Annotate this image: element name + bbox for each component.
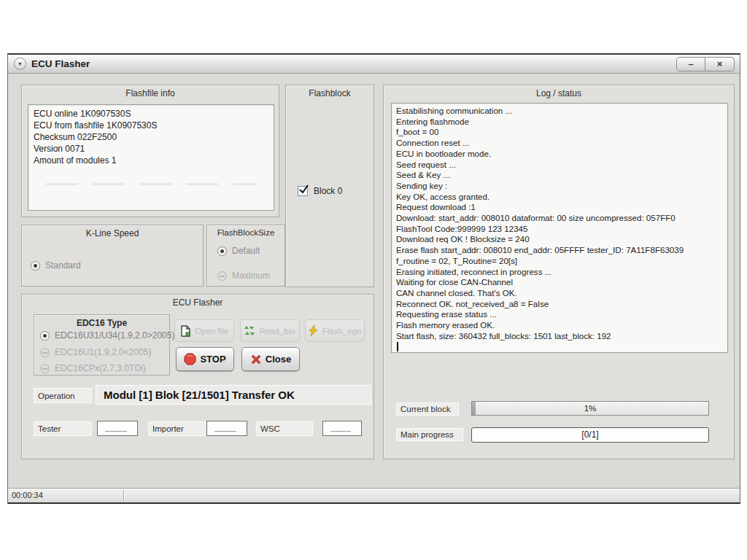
- red-x-icon: [250, 354, 262, 365]
- read-bin-button[interactable]: Read_bin: [240, 319, 300, 342]
- current-block-value: 1%: [472, 402, 708, 415]
- flash-ecu-button[interactable]: Flash_ego: [305, 319, 365, 342]
- radio-maximum-label: Maximum: [232, 271, 270, 281]
- stop-label: STOP: [200, 354, 225, 365]
- block0-label: Block 0: [314, 186, 342, 196]
- statusbar-divider: [123, 490, 124, 501]
- log-textarea[interactable]: Estabilishing communication ...Entering …: [391, 103, 728, 353]
- flashblock-title: Flashblock: [286, 88, 374, 98]
- radio-maximum[interactable]: [217, 271, 227, 281]
- fbs-default-radio-row[interactable]: Default: [217, 246, 260, 256]
- main-progress-value: [0/1]: [472, 428, 708, 442]
- block0-checkbox[interactable]: [298, 186, 308, 196]
- flash-ecu-label: Flash_ego: [322, 327, 362, 335]
- kline-speed-group: K-Line Speed Standard: [21, 225, 204, 287]
- lightning-icon: [309, 325, 319, 336]
- titlebar: ▼ ECU Flasher – ×: [8, 55, 740, 74]
- edc16-type-title: EDC16 Type: [34, 318, 169, 328]
- radio-edc16u1[interactable]: [40, 348, 50, 357]
- kline-standard-radio-row[interactable]: Standard: [31, 260, 81, 271]
- wsc-label: WSC: [256, 421, 313, 436]
- open-file-icon: [180, 325, 191, 337]
- radio-default-label: Default: [232, 246, 260, 256]
- log-status-title: Log / status: [384, 88, 734, 98]
- open-file-label: Open file: [195, 327, 228, 335]
- close-window-button[interactable]: ×: [705, 57, 735, 71]
- main-progressbar: [0/1]: [471, 427, 709, 443]
- log-lines: Estabilishing communication ...Entering …: [396, 106, 724, 341]
- current-block-label: Current block: [396, 402, 459, 416]
- wsc-input[interactable]: [322, 421, 362, 436]
- flashfile-info-lines: ECU online 1K0907530SECU from flashfile …: [34, 108, 271, 166]
- edc16-option1-row[interactable]: EDC16U31/U34(1.9,2.0>2005): [40, 330, 174, 341]
- edc16-option3-row[interactable]: EDC16CPx(2.7,3.0TDi): [40, 363, 146, 373]
- flashblock-group: Flashblock Block 0: [285, 85, 374, 287]
- edc16-type-box: EDC16 Type EDC16U31/U34(1.9,2.0>2005) ED…: [34, 314, 170, 376]
- tester-input[interactable]: [97, 421, 138, 436]
- chevron-down-icon: ▼: [18, 61, 23, 66]
- close-label: Close: [266, 354, 291, 365]
- ghost-watermark: [46, 183, 256, 185]
- minimize-button[interactable]: –: [676, 57, 705, 71]
- main-progress-label: Main progress: [396, 428, 463, 441]
- flashblocksize-group: FlashBlockSize Default Maximum: [206, 225, 285, 287]
- read-bin-label: Read_bin: [259, 327, 295, 335]
- statusbar: 00:00:34: [8, 488, 740, 502]
- elapsed-time: 00:00:34: [12, 491, 43, 499]
- ecu-flasher-title: ECU Flasher: [22, 298, 374, 308]
- flashfile-info-title: Flashfile info: [22, 88, 279, 98]
- flashfile-info-group: Flashfile info ECU online 1K0907530SECU …: [21, 85, 279, 217]
- window-menu-button[interactable]: ▼: [14, 58, 26, 70]
- read-bin-arrows-icon: [244, 326, 255, 336]
- window-title: ECU Flasher: [31, 55, 90, 74]
- stop-button[interactable]: STOP: [176, 347, 234, 371]
- operation-value: Modul [1] Blok [21/1501] Transfer OK: [96, 385, 371, 405]
- close-icon: ×: [717, 58, 723, 69]
- log-caret: [397, 342, 398, 351]
- checkmark-icon: [298, 184, 310, 195]
- radio-edc16cpx[interactable]: [40, 364, 50, 373]
- stop-icon: [184, 353, 196, 365]
- minimize-icon: –: [688, 58, 693, 69]
- kline-speed-title: K-Line Speed: [22, 228, 203, 238]
- radio-standard-label: Standard: [45, 260, 81, 271]
- importer-label: Importer: [148, 421, 208, 436]
- open-file-button[interactable]: Open file: [174, 319, 234, 342]
- block0-checkbox-row[interactable]: Block 0: [298, 186, 342, 196]
- flashblocksize-title: FlashBlockSize: [207, 228, 285, 237]
- flashfile-info-textarea[interactable]: ECU online 1K0907530SECU from flashfile …: [28, 104, 274, 211]
- fbs-maximum-radio-row[interactable]: Maximum: [217, 271, 270, 281]
- close-button[interactable]: Close: [241, 347, 300, 371]
- radio-edc16u31[interactable]: [40, 331, 50, 341]
- radio-default[interactable]: [217, 246, 227, 256]
- current-block-progressbar: 1%: [471, 401, 709, 416]
- window-body: Flashfile info ECU online 1K0907530SECU …: [8, 74, 740, 489]
- importer-input[interactable]: [206, 421, 247, 436]
- window-controls: – ×: [676, 57, 735, 71]
- tester-label: Tester: [34, 421, 92, 436]
- ecu-flasher-window: ▼ ECU Flasher – × Flashfile info ECU onl…: [7, 53, 740, 504]
- operation-label: Operation: [34, 388, 92, 403]
- radio-standard[interactable]: [31, 261, 40, 271]
- radio-edc16u31-label: EDC16U31/U34(1.9,2.0>2005): [55, 330, 174, 341]
- edc16-option2-row[interactable]: EDC16U1(1.9,2.0<2005): [40, 347, 151, 357]
- radio-edc16u1-label: EDC16U1(1.9,2.0<2005): [55, 347, 151, 357]
- radio-edc16cpx-label: EDC16CPx(2.7,3.0TDi): [55, 363, 146, 373]
